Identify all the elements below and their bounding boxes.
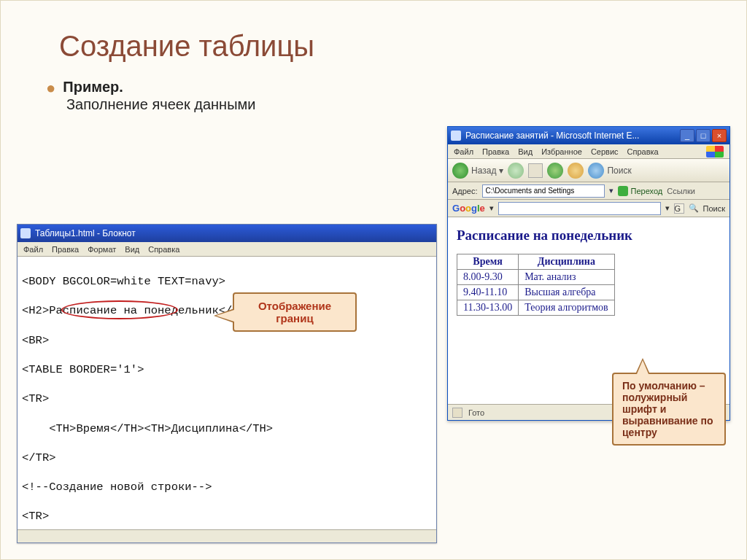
window-buttons: _ □ × bbox=[680, 129, 727, 142]
ie-menu-svc[interactable]: Сервис bbox=[591, 147, 619, 156]
menu-view[interactable]: Вид bbox=[125, 245, 139, 254]
ie-titlebar[interactable]: Расписание занятий - Microsoft Internet … bbox=[448, 127, 729, 144]
refresh-button[interactable] bbox=[547, 163, 563, 179]
schedule-table: Время Дисциплина 8.00-9.30Мат. анализ 9.… bbox=[457, 254, 615, 316]
code-line: </TR> bbox=[22, 451, 432, 465]
ie-menu-file[interactable]: Файл bbox=[454, 147, 473, 156]
table-row: Время Дисциплина bbox=[457, 254, 615, 270]
callout-border-text: Отображение границ bbox=[258, 300, 331, 324]
ie-menu-edit[interactable]: Правка bbox=[482, 147, 509, 156]
ie-title: Расписание занятий - Microsoft Internet … bbox=[465, 131, 639, 141]
go-label: Переход bbox=[631, 187, 663, 195]
callout-tail-icon bbox=[635, 358, 650, 374]
intro-block: Пример. Заполнение ячеек данными bbox=[66, 77, 710, 113]
notepad-titlebar[interactable]: Таблицы1.html - Блокнот bbox=[18, 225, 436, 242]
callout-th-note-text: По умолчанию – полужирный шрифт и выравн… bbox=[622, 380, 713, 438]
code-line: <!--Создание новой строки--> bbox=[22, 480, 432, 494]
ie-menu-help[interactable]: Справка bbox=[627, 147, 659, 156]
addr-input[interactable] bbox=[482, 184, 605, 198]
notepad-title: Таблицы1.html - Блокнот bbox=[35, 228, 136, 238]
table-row: 11.30-13.00Теория алгоритмов bbox=[457, 300, 615, 316]
g-button-1[interactable]: G bbox=[674, 203, 684, 214]
back-label: Назад bbox=[471, 166, 496, 176]
maximize-button[interactable]: □ bbox=[696, 129, 711, 142]
google-toolbar: Google ▾ ▾ G 🔍 Поиск bbox=[448, 200, 729, 217]
slide: Создание таблицы Пример. Заполнение ячее… bbox=[0, 0, 747, 560]
callout-th-note: По умолчанию – полужирный шрифт и выравн… bbox=[612, 373, 726, 446]
th-disc: Дисциплина bbox=[519, 254, 614, 270]
go-button[interactable]: Переход bbox=[618, 186, 663, 196]
code-line: <BR> bbox=[22, 333, 432, 348]
notepad-icon bbox=[20, 228, 31, 238]
minimize-button[interactable]: _ bbox=[680, 129, 694, 142]
search-label: Поиск bbox=[607, 166, 631, 176]
links-label[interactable]: Ссылки bbox=[667, 187, 695, 195]
example-text: Заполнение ячеек данными bbox=[66, 96, 710, 113]
back-arrow-icon bbox=[452, 163, 468, 179]
table-row: 8.00-9.30Мат. анализ bbox=[457, 270, 615, 285]
windows-flag-icon bbox=[706, 146, 724, 158]
code-line: <TH>Время</TH><TH>Дисциплина</TH> bbox=[22, 421, 432, 436]
address-bar: Адрес: ▾ Переход Ссылки bbox=[448, 182, 729, 200]
status-ready: Гото bbox=[468, 408, 484, 417]
home-button[interactable] bbox=[568, 163, 584, 179]
page-heading: Расписание на понедельник bbox=[457, 228, 721, 244]
menu-help[interactable]: Справка bbox=[148, 245, 179, 254]
code-line: <BODY BGCOLOR=white TEXT=navy> bbox=[22, 274, 432, 289]
g-search-label: Поиск bbox=[703, 204, 725, 213]
callout-border: Отображение границ bbox=[233, 292, 357, 332]
code-line: <TR> bbox=[22, 392, 432, 406]
addr-dropdown-icon[interactable]: ▾ bbox=[609, 186, 614, 195]
ie-toolbar: Назад ▾ Поиск bbox=[448, 159, 729, 182]
code-line: <TABLE BORDER='1'> bbox=[22, 362, 432, 377]
search-icon bbox=[588, 163, 604, 179]
chevron-down-icon[interactable]: ▾ bbox=[489, 203, 494, 213]
menu-edit[interactable]: Правка bbox=[52, 245, 79, 254]
forward-button[interactable] bbox=[508, 163, 524, 179]
slide-title: Создание таблицы bbox=[59, 30, 710, 63]
stop-button[interactable] bbox=[528, 163, 543, 178]
ie-menu[interactable]: Файл Правка Вид Избранное Сервис Справка bbox=[448, 144, 729, 159]
notepad-body[interactable]: <BODY BGCOLOR=white TEXT=navy> <H2>Распи… bbox=[18, 257, 436, 529]
google-logo[interactable]: Google bbox=[452, 203, 485, 214]
ie-menu-fav[interactable]: Избранное bbox=[541, 147, 582, 156]
example-label: Пример. bbox=[66, 77, 710, 96]
highlight-oval bbox=[61, 300, 178, 319]
menu-format[interactable]: Формат bbox=[88, 245, 116, 254]
table-row: 9.40-11.10Высшая алгебра bbox=[457, 285, 615, 300]
status-page-icon bbox=[452, 408, 462, 418]
g-search-icon[interactable]: 🔍 bbox=[689, 203, 699, 213]
search-button[interactable]: Поиск bbox=[588, 163, 631, 179]
chevron-down-icon: ▾ bbox=[499, 166, 503, 176]
back-button[interactable]: Назад ▾ bbox=[452, 163, 503, 179]
go-icon bbox=[618, 186, 628, 196]
notepad-window: Таблицы1.html - Блокнот Файл Правка Форм… bbox=[17, 224, 437, 543]
ie-icon bbox=[451, 131, 461, 141]
callout-tail-icon bbox=[214, 308, 234, 323]
th-time: Время bbox=[457, 254, 519, 270]
google-search-input[interactable] bbox=[498, 202, 661, 215]
chevron-down-icon[interactable]: ▾ bbox=[665, 203, 670, 213]
menu-file[interactable]: Файл bbox=[23, 245, 43, 254]
notepad-scrollbar-h[interactable] bbox=[18, 529, 436, 542]
code-line: <TR> bbox=[22, 509, 432, 524]
ie-menu-view[interactable]: Вид bbox=[518, 147, 533, 156]
addr-label: Адрес: bbox=[452, 187, 478, 195]
notepad-menu[interactable]: Файл Правка Формат Вид Справка bbox=[18, 242, 436, 257]
close-button[interactable]: × bbox=[712, 129, 727, 142]
